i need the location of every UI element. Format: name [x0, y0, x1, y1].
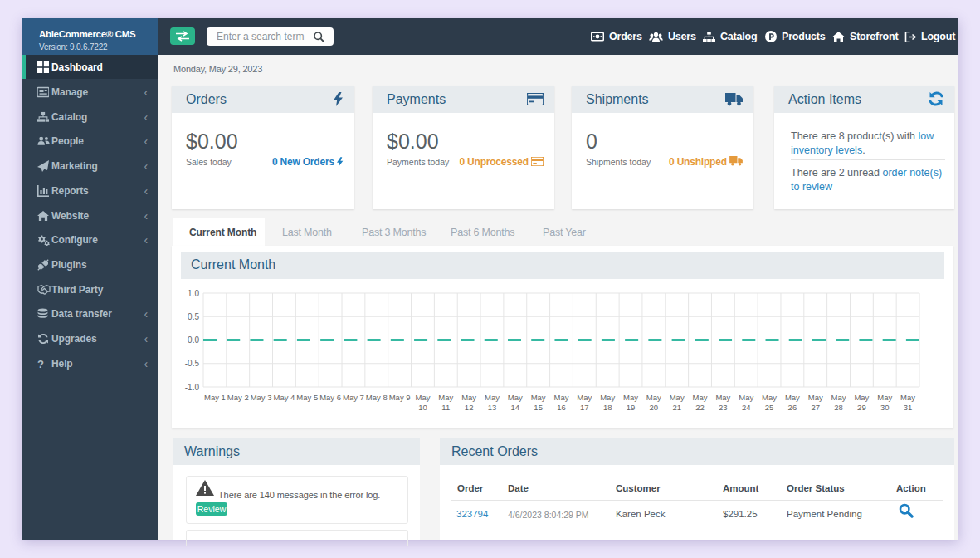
svg-text:19: 19	[627, 403, 636, 412]
svg-text:-0.5: -0.5	[185, 359, 200, 368]
svg-text:31: 31	[904, 403, 913, 412]
svg-text:May: May	[670, 393, 685, 402]
svg-text:May 2: May 2	[227, 393, 249, 402]
svg-text:May: May	[531, 393, 546, 402]
svg-text:May: May	[623, 393, 638, 402]
svg-text:27: 27	[811, 403, 820, 412]
svg-text:May: May	[485, 393, 500, 402]
svg-text:15: 15	[534, 403, 543, 412]
svg-text:May 7: May 7	[343, 393, 364, 402]
svg-text:May 6: May 6	[319, 393, 341, 402]
svg-text:24: 24	[742, 403, 751, 412]
svg-text:0.0: 0.0	[188, 335, 199, 345]
svg-text:22: 22	[695, 403, 705, 412]
svg-text:28: 28	[834, 403, 843, 412]
svg-text:18: 18	[603, 403, 612, 412]
svg-text:14: 14	[511, 403, 520, 412]
svg-text:11: 11	[441, 403, 450, 412]
svg-text:13: 13	[488, 403, 497, 412]
svg-text:30: 30	[880, 403, 890, 412]
svg-text:May 5: May 5	[296, 393, 318, 402]
svg-text:May: May	[739, 393, 753, 402]
svg-text:May 1: May 1	[204, 393, 226, 402]
svg-text:May 4: May 4	[274, 393, 295, 402]
svg-text:20: 20	[650, 403, 659, 412]
svg-text:17: 17	[580, 403, 589, 412]
svg-text:May: May	[461, 393, 476, 402]
svg-text:May: May	[646, 393, 661, 402]
svg-text:May: May	[877, 393, 892, 402]
svg-text:-1.0: -1.0	[185, 383, 200, 392]
svg-text:May: May	[693, 393, 708, 402]
svg-text:May: May	[600, 393, 615, 402]
svg-text:12: 12	[465, 403, 474, 412]
svg-text:May: May	[808, 393, 823, 402]
svg-text:May: May	[438, 393, 453, 402]
svg-text:10: 10	[418, 403, 427, 412]
svg-text:0.5: 0.5	[188, 312, 199, 321]
svg-text:May: May	[715, 393, 730, 402]
svg-text:29: 29	[857, 403, 866, 412]
svg-text:May 8: May 8	[366, 393, 388, 402]
svg-text:May: May	[854, 393, 869, 402]
svg-text:26: 26	[788, 403, 797, 412]
svg-text:May: May	[831, 393, 846, 402]
svg-text:May: May	[508, 393, 523, 402]
svg-text:21: 21	[672, 403, 681, 412]
svg-text:May: May	[762, 393, 777, 402]
svg-text:May 9: May 9	[389, 393, 411, 402]
svg-text:May: May	[900, 393, 915, 402]
svg-text:May: May	[415, 393, 430, 402]
svg-text:May: May	[785, 393, 800, 402]
svg-text:25: 25	[765, 403, 774, 412]
svg-text:1.0: 1.0	[188, 289, 199, 298]
svg-text:May: May	[554, 393, 569, 402]
svg-text:May: May	[577, 393, 592, 402]
svg-text:May 3: May 3	[251, 393, 272, 402]
svg-text:23: 23	[719, 403, 728, 412]
svg-text:16: 16	[557, 403, 566, 412]
